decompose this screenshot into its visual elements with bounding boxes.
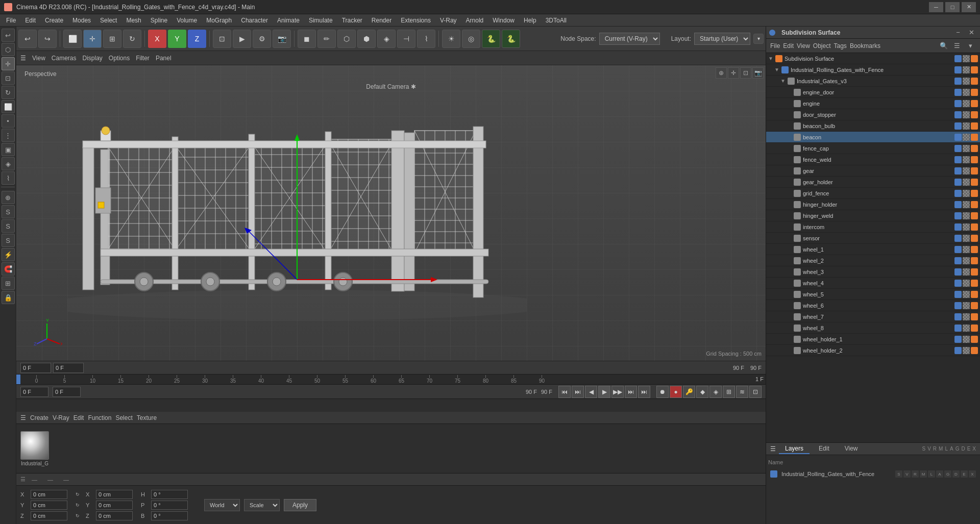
maximize-button[interactable]: □ — [945, 2, 960, 12]
obj-mode-btn[interactable]: ⬜ — [2, 100, 15, 113]
material-item[interactable]: Industrial_G — [20, 431, 49, 466]
z-rot-input[interactable] — [96, 511, 133, 520]
menu-tracker[interactable]: Tracker — [338, 14, 366, 26]
tab-layers[interactable]: Layers — [779, 444, 810, 454]
layer-x-btn[interactable]: X — [969, 470, 976, 478]
obj-filter-btn[interactable]: ☰ — [951, 40, 963, 52]
obj-item-wheel-7[interactable]: wheel_7 — [766, 311, 980, 322]
vray-mat-btn[interactable]: ◎ — [462, 30, 480, 48]
menu-arnold[interactable]: Arnold — [462, 14, 488, 26]
camera-tool[interactable]: ⊕ — [2, 191, 15, 204]
viewport-menu-display[interactable]: Display — [82, 55, 102, 62]
layer-manager-btn[interactable]: M — [920, 470, 927, 478]
axis-tool[interactable]: ⚡ — [2, 248, 15, 261]
scale-btn[interactable]: ⊡ — [2, 71, 15, 85]
obj-item-grid-fence[interactable]: grid_fence — [766, 188, 980, 199]
layer-solo-btn[interactable]: S — [895, 470, 902, 478]
snap-tool[interactable]: ⊞ — [2, 277, 15, 290]
tab-view-layers[interactable]: View — [839, 444, 864, 454]
record-btn[interactable]: ⏺ — [656, 386, 669, 398]
menu-modes[interactable]: Modes — [68, 14, 95, 26]
x-rot-input[interactable] — [96, 490, 133, 499]
obj-item-wheel-6[interactable]: wheel_6 — [766, 300, 980, 311]
timeline-ruler[interactable]: 0 5 10 15 20 25 30 35 40 45 50 55 60 65 — [16, 375, 766, 385]
undo-btn[interactable]: ↩ — [18, 30, 37, 48]
frame-end-field[interactable] — [53, 387, 81, 397]
menu-mograph[interactable]: MoGraph — [202, 14, 236, 26]
obj-item-wheel-2[interactable]: wheel_2 — [766, 255, 980, 266]
magnet-tool[interactable]: 🧲 — [2, 262, 15, 276]
vp-nav-orbit[interactable]: ⊕ — [716, 67, 727, 79]
menu-edit[interactable]: Edit — [21, 14, 40, 26]
sds-add-btn[interactable]: ⬡ — [337, 30, 356, 48]
timeline-expand-btn[interactable]: ⊡ — [749, 386, 762, 398]
obj-item-gates-v3[interactable]: ▼ Industrial_Gates_v3 — [766, 76, 980, 87]
obj-more-btn[interactable]: ▾ — [965, 40, 976, 52]
obj-panel-minus[interactable]: − — [952, 27, 964, 38]
obj-item-wheel-4[interactable]: wheel_4 — [766, 278, 980, 289]
layer-animate-btn[interactable]: A — [936, 470, 943, 478]
viewport-menu-panel[interactable]: Panel — [156, 55, 172, 62]
obj-search-btn[interactable]: 🔍 — [938, 40, 949, 52]
viewport-menu-filter[interactable]: Filter — [136, 55, 150, 62]
menu-character[interactable]: Character — [237, 14, 272, 26]
vp-nav-camera[interactable]: 📷 — [752, 67, 764, 79]
close-button[interactable]: ✕ — [962, 2, 976, 12]
brush-btn[interactable]: ✏ — [317, 30, 336, 48]
obj-menu-object[interactable]: Object — [813, 42, 831, 49]
menu-help[interactable]: Help — [520, 14, 541, 26]
scale-obj-btn[interactable]: ⊞ — [103, 30, 121, 48]
menu-spline[interactable]: Spline — [146, 14, 172, 26]
sds-tool[interactable]: S — [2, 234, 15, 247]
rotate-obj-btn[interactable]: ↻ — [123, 30, 141, 48]
apply-button[interactable]: Apply — [284, 499, 316, 511]
layer-gen-btn[interactable]: G — [944, 470, 951, 478]
layer-item-industrial[interactable]: Industrial_Rolling_Gates_with_Fence S V … — [768, 468, 978, 480]
minimize-button[interactable]: ─ — [929, 2, 943, 12]
menu-extensions[interactable]: Extensions — [397, 14, 435, 26]
materials-hamburger[interactable]: ☰ — [20, 414, 26, 421]
mirror-btn[interactable]: ⊣ — [397, 30, 415, 48]
obj-menu-tags[interactable]: Tags — [834, 42, 847, 49]
obj-item-wheel-holder-2[interactable]: wheel_holder_2 — [766, 345, 980, 356]
obj-item-wheel-5[interactable]: wheel_5 — [766, 289, 980, 300]
material-swatch-1[interactable] — [20, 431, 49, 460]
keyframe-mode-btn[interactable]: ⊞ — [723, 386, 735, 398]
materials-menu-function[interactable]: Function — [88, 414, 111, 421]
obj-item-intercom[interactable]: intercom — [766, 221, 980, 233]
vp-nav-pan[interactable]: ✛ — [728, 67, 739, 79]
layer-exp-btn[interactable]: E — [961, 470, 968, 478]
menu-3dtoll[interactable]: 3DToAll — [542, 14, 571, 26]
uvw-mode-btn[interactable]: ◈ — [2, 157, 15, 170]
obj-item-rolling-gates[interactable]: ▼ Industrial_Rolling_Gates_with_Fence — [766, 64, 980, 76]
materials-menu-select[interactable]: Select — [115, 414, 132, 421]
obj-item-wheel-holder-1[interactable]: wheel_holder_1 — [766, 334, 980, 345]
viewport-menu-options[interactable]: Options — [109, 55, 130, 62]
obj-item-subdivision[interactable]: ▼ Subdivision Surface — [766, 53, 980, 64]
layer-visible-btn[interactable]: V — [903, 470, 911, 478]
obj-item-wheel-8[interactable]: wheel_8 — [766, 322, 980, 334]
obj-item-beacon[interactable]: beacon — [766, 132, 980, 143]
keyselection-btn[interactable]: ◆ — [696, 386, 708, 398]
move-tool-btn[interactable]: ↩ — [2, 29, 15, 42]
lock-tool[interactable]: 🔒 — [2, 291, 15, 304]
cube-front-btn[interactable]: ◼ — [298, 30, 316, 48]
move-btn[interactable]: ✛ — [2, 57, 15, 70]
obj-item-door-stopper[interactable]: door_stopper — [766, 109, 980, 120]
redo-btn[interactable]: ↪ — [38, 30, 57, 48]
edges-mode-btn[interactable]: ⋮ — [2, 129, 15, 142]
obj-item-engine[interactable]: engine — [766, 98, 980, 109]
points-mode-btn[interactable]: • — [2, 114, 15, 128]
layer-deform-btn[interactable]: D — [952, 470, 960, 478]
frame-start-field[interactable] — [20, 387, 48, 397]
obj-menu-edit[interactable]: Edit — [783, 42, 794, 49]
materials-menu-vray[interactable]: V-Ray — [53, 414, 69, 421]
play-fwd-btn[interactable]: ▶▶ — [611, 386, 624, 398]
h-input[interactable] — [151, 490, 188, 499]
materials-menu-texture[interactable]: Texture — [137, 414, 157, 421]
y-rot-input[interactable] — [96, 501, 133, 510]
menu-create[interactable]: Create — [41, 14, 67, 26]
z-pos-input[interactable] — [31, 511, 67, 520]
sds-sel-btn[interactable]: ◈ — [377, 30, 396, 48]
tab-edit-layers[interactable]: Edit — [813, 444, 836, 454]
